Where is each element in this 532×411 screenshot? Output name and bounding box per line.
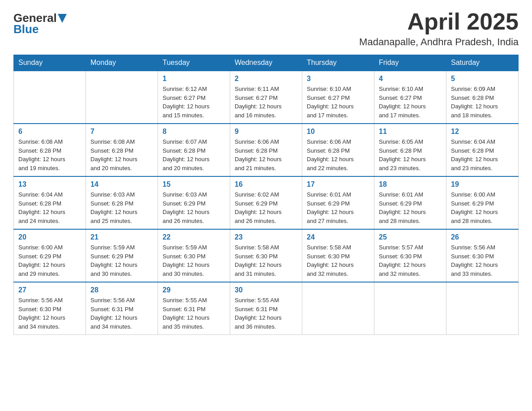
col-tuesday: Tuesday [158, 55, 230, 71]
day-cell: 6Sunrise: 6:08 AMSunset: 6:28 PMDaylight… [14, 124, 86, 176]
day-number: 30 [235, 286, 297, 294]
day-cell [374, 282, 446, 335]
day-cell: 16Sunrise: 6:02 AMSunset: 6:29 PMDayligh… [230, 176, 302, 229]
week-row-1: 1Sunrise: 6:12 AMSunset: 6:27 PMDaylight… [14, 71, 519, 124]
day-number: 5 [451, 75, 514, 83]
col-saturday: Saturday [446, 55, 519, 71]
month-title: April 2025 [359, 9, 519, 34]
day-cell: 29Sunrise: 5:55 AMSunset: 6:31 PMDayligh… [158, 282, 230, 335]
week-row-4: 20Sunrise: 6:00 AMSunset: 6:29 PMDayligh… [14, 229, 519, 282]
day-number: 14 [90, 180, 153, 188]
day-info: Sunrise: 6:06 AMSunset: 6:28 PMDaylight:… [235, 137, 297, 172]
day-cell: 21Sunrise: 5:59 AMSunset: 6:29 PMDayligh… [86, 229, 158, 282]
day-cell: 2Sunrise: 6:11 AMSunset: 6:27 PMDaylight… [230, 71, 302, 124]
day-cell: 26Sunrise: 5:56 AMSunset: 6:30 PMDayligh… [446, 229, 519, 282]
day-cell: 25Sunrise: 5:57 AMSunset: 6:30 PMDayligh… [374, 229, 446, 282]
day-cell: 13Sunrise: 6:04 AMSunset: 6:28 PMDayligh… [14, 176, 86, 229]
day-info: Sunrise: 6:01 AMSunset: 6:29 PMDaylight:… [307, 190, 369, 225]
day-number: 8 [163, 128, 225, 136]
day-info: Sunrise: 6:00 AMSunset: 6:29 PMDaylight:… [18, 243, 81, 278]
day-info: Sunrise: 6:00 AMSunset: 6:29 PMDaylight:… [451, 190, 514, 225]
day-info: Sunrise: 6:01 AMSunset: 6:29 PMDaylight:… [379, 190, 442, 225]
title-section: April 2025 Madanapalle, Andhra Pradesh, … [359, 9, 519, 48]
day-info: Sunrise: 6:02 AMSunset: 6:29 PMDaylight:… [235, 190, 297, 225]
location-title: Madanapalle, Andhra Pradesh, India [359, 36, 519, 48]
day-info: Sunrise: 5:58 AMSunset: 6:30 PMDaylight:… [307, 243, 369, 278]
logo: General Blue [13, 9, 67, 36]
day-info: Sunrise: 6:05 AMSunset: 6:28 PMDaylight:… [379, 137, 442, 172]
day-info: Sunrise: 5:55 AMSunset: 6:31 PMDaylight:… [163, 296, 225, 331]
day-info: Sunrise: 5:56 AMSunset: 6:30 PMDaylight:… [451, 243, 514, 278]
day-number: 26 [451, 233, 514, 241]
day-number: 29 [163, 286, 225, 294]
day-number: 3 [307, 75, 369, 83]
day-cell: 28Sunrise: 5:56 AMSunset: 6:31 PMDayligh… [86, 282, 158, 335]
day-number: 10 [307, 128, 369, 136]
day-cell: 27Sunrise: 5:56 AMSunset: 6:30 PMDayligh… [14, 282, 86, 335]
day-cell: 7Sunrise: 6:08 AMSunset: 6:28 PMDaylight… [86, 124, 158, 176]
day-number: 21 [90, 233, 153, 241]
day-cell: 14Sunrise: 6:03 AMSunset: 6:28 PMDayligh… [86, 176, 158, 229]
col-wednesday: Wednesday [230, 55, 302, 71]
day-number: 18 [379, 180, 442, 188]
day-cell: 22Sunrise: 5:59 AMSunset: 6:30 PMDayligh… [158, 229, 230, 282]
logo-blue-word: Blue [13, 22, 39, 36]
day-info: Sunrise: 6:07 AMSunset: 6:28 PMDaylight:… [163, 137, 225, 172]
day-info: Sunrise: 6:04 AMSunset: 6:28 PMDaylight:… [18, 190, 81, 225]
day-cell [446, 282, 519, 335]
week-row-2: 6Sunrise: 6:08 AMSunset: 6:28 PMDaylight… [14, 124, 519, 176]
day-number: 20 [18, 233, 81, 241]
day-info: Sunrise: 6:06 AMSunset: 6:28 PMDaylight:… [307, 137, 369, 172]
day-number: 19 [451, 180, 514, 188]
day-cell: 19Sunrise: 6:00 AMSunset: 6:29 PMDayligh… [446, 176, 519, 229]
day-info: Sunrise: 5:56 AMSunset: 6:30 PMDaylight:… [18, 296, 81, 331]
day-info: Sunrise: 6:09 AMSunset: 6:28 PMDaylight:… [451, 85, 514, 120]
col-monday: Monday [86, 55, 158, 71]
day-cell: 20Sunrise: 6:00 AMSunset: 6:29 PMDayligh… [14, 229, 86, 282]
day-number: 4 [379, 75, 442, 83]
day-cell: 5Sunrise: 6:09 AMSunset: 6:28 PMDaylight… [446, 71, 519, 124]
col-friday: Friday [374, 55, 446, 71]
week-row-5: 27Sunrise: 5:56 AMSunset: 6:30 PMDayligh… [14, 282, 519, 335]
day-number: 22 [163, 233, 225, 241]
day-cell: 24Sunrise: 5:58 AMSunset: 6:30 PMDayligh… [302, 229, 374, 282]
day-cell: 12Sunrise: 6:04 AMSunset: 6:28 PMDayligh… [446, 124, 519, 176]
page-header: General Blue April 2025 Madanapalle, And… [13, 9, 519, 48]
day-number: 11 [379, 128, 442, 136]
day-info: Sunrise: 5:58 AMSunset: 6:30 PMDaylight:… [235, 243, 297, 278]
day-info: Sunrise: 6:10 AMSunset: 6:27 PMDaylight:… [379, 85, 442, 120]
day-info: Sunrise: 6:03 AMSunset: 6:29 PMDaylight:… [163, 190, 225, 225]
day-number: 15 [163, 180, 225, 188]
day-info: Sunrise: 5:56 AMSunset: 6:31 PMDaylight:… [90, 296, 153, 331]
day-cell: 30Sunrise: 5:55 AMSunset: 6:31 PMDayligh… [230, 282, 302, 335]
day-cell: 9Sunrise: 6:06 AMSunset: 6:28 PMDaylight… [230, 124, 302, 176]
day-number: 25 [379, 233, 442, 241]
day-info: Sunrise: 5:57 AMSunset: 6:30 PMDaylight:… [379, 243, 442, 278]
day-cell: 11Sunrise: 6:05 AMSunset: 6:28 PMDayligh… [374, 124, 446, 176]
day-number: 17 [307, 180, 369, 188]
day-number: 1 [163, 75, 225, 83]
day-info: Sunrise: 5:59 AMSunset: 6:30 PMDaylight:… [163, 243, 225, 278]
week-row-3: 13Sunrise: 6:04 AMSunset: 6:28 PMDayligh… [14, 176, 519, 229]
day-number: 7 [90, 128, 153, 136]
day-info: Sunrise: 6:04 AMSunset: 6:28 PMDaylight:… [451, 137, 514, 172]
day-cell: 4Sunrise: 6:10 AMSunset: 6:27 PMDaylight… [374, 71, 446, 124]
day-cell: 17Sunrise: 6:01 AMSunset: 6:29 PMDayligh… [302, 176, 374, 229]
day-cell: 10Sunrise: 6:06 AMSunset: 6:28 PMDayligh… [302, 124, 374, 176]
day-info: Sunrise: 6:03 AMSunset: 6:28 PMDaylight:… [90, 190, 153, 225]
day-number: 2 [235, 75, 297, 83]
col-thursday: Thursday [302, 55, 374, 71]
day-cell: 15Sunrise: 6:03 AMSunset: 6:29 PMDayligh… [158, 176, 230, 229]
day-cell [86, 71, 158, 124]
header-row: Sunday Monday Tuesday Wednesday Thursday… [14, 55, 519, 71]
day-cell [14, 71, 86, 124]
col-sunday: Sunday [14, 55, 86, 71]
day-number: 13 [18, 180, 81, 188]
day-cell: 1Sunrise: 6:12 AMSunset: 6:27 PMDaylight… [158, 71, 230, 124]
day-number: 27 [18, 286, 81, 294]
calendar-table: Sunday Monday Tuesday Wednesday Thursday… [13, 55, 519, 335]
day-cell: 18Sunrise: 6:01 AMSunset: 6:29 PMDayligh… [374, 176, 446, 229]
day-info: Sunrise: 6:08 AMSunset: 6:28 PMDaylight:… [18, 137, 81, 172]
day-number: 23 [235, 233, 297, 241]
day-number: 24 [307, 233, 369, 241]
